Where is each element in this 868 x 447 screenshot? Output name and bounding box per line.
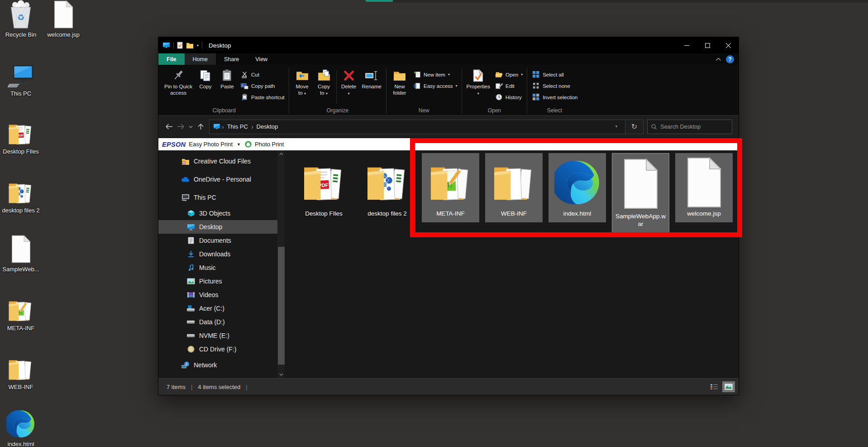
sidebar-item-nvme-e-[interactable]: NVME (E:) <box>158 329 277 342</box>
folder-cc-icon <box>181 157 190 165</box>
pin-icon <box>172 69 185 82</box>
desktop-icon-welcome-jsp[interactable]: welcome.jsp <box>43 3 84 38</box>
copy-path-button[interactable]: Copy path <box>241 80 285 91</box>
file-tile-desktop-files-2[interactable]: desktop files 2 <box>358 153 416 222</box>
epson-dropdown-icon[interactable]: ▼ <box>237 142 241 147</box>
desktop-icon-index-html[interactable]: index.html <box>0 412 42 447</box>
sidebar-item-data-d-[interactable]: Data (D:) <box>158 315 277 329</box>
sidebar-item-documents[interactable]: Documents <box>158 234 277 247</box>
scroll-down-icon[interactable] <box>277 371 285 378</box>
edit-button[interactable]: Edit <box>495 80 523 91</box>
desktop-icon-label: This PC <box>0 90 42 97</box>
pin-to-quick-access-button[interactable]: Pin to Quickaccess <box>162 67 195 107</box>
delete-button[interactable]: Delete ▾ <box>338 67 360 107</box>
sidebar-item-pictures[interactable]: Pictures <box>158 274 277 288</box>
file-tile-web-inf[interactable]: WEB-INF <box>485 153 543 222</box>
new-item-button[interactable]: New item▾ <box>413 69 458 80</box>
file-label: index.html <box>549 210 606 222</box>
sidebar-item-network[interactable]: Network <box>158 356 277 374</box>
desktop-icon-this-pc[interactable]: This PC <box>0 62 42 97</box>
edge-icon <box>549 154 606 210</box>
copy-icon <box>199 69 212 82</box>
desktop-icon-web-inf[interactable]: WEB-INF <box>0 355 42 390</box>
sidebar-item-label: Documents <box>199 237 231 244</box>
select-all-button[interactable]: Select all <box>532 69 577 80</box>
sidebar-item-creative-cloud-files[interactable]: Creative Cloud Files <box>158 152 277 170</box>
desktop-icon-meta-inf[interactable]: META-INF <box>0 296 42 332</box>
breadcrumb-this-pc[interactable]: This PC <box>225 123 250 130</box>
desktop-icon-sampleweb-[interactable]: SampleWeb... <box>0 237 42 273</box>
scrollbar-thumb[interactable] <box>278 247 285 365</box>
cut-button[interactable]: Cut <box>241 69 285 80</box>
minimize-button[interactable] <box>676 37 697 53</box>
copy-to-button[interactable]: Copyto ▾ <box>313 67 335 107</box>
sidebar-item-label: Creative Cloud Files <box>194 158 251 165</box>
new-folder-icon[interactable] <box>186 42 194 48</box>
sidebar-item-videos[interactable]: Videos <box>158 288 277 302</box>
nav-scrollbar[interactable] <box>277 150 285 378</box>
tab-share[interactable]: Share <box>216 53 247 65</box>
breadcrumb-desktop[interactable]: Desktop <box>255 123 280 130</box>
sidebar-item-onedrive-personal[interactable]: OneDrive - Personal <box>158 170 277 188</box>
easy-access-button[interactable]: Easy access▾ <box>413 80 458 91</box>
scroll-up-icon[interactable] <box>277 150 285 158</box>
tab-file[interactable]: File <box>158 53 185 65</box>
up-button[interactable] <box>195 121 206 133</box>
invert-selection-button[interactable]: Invert selection <box>532 91 577 103</box>
details-view-button[interactable] <box>708 381 720 392</box>
file-tile-welcome-jsp[interactable]: welcome.jsp <box>675 153 733 222</box>
sidebar-item-acer-c-[interactable]: Acer (C:) <box>158 302 277 315</box>
help-button[interactable]: ? <box>726 55 734 63</box>
search-input[interactable] <box>660 124 728 130</box>
file-tile-desktop-files[interactable]: PDFDesktop FIles <box>295 153 353 222</box>
epson-logo: EPSON <box>162 141 186 148</box>
recent-locations-dropdown[interactable] <box>186 121 195 133</box>
move-to-icon <box>296 69 309 82</box>
desktop-icon-desktop-files-2[interactable]: desktop files 2 <box>0 178 42 214</box>
folder-sketch-icon <box>422 154 479 210</box>
open-button[interactable]: Open▾ <box>495 69 523 80</box>
sidebar-item-desktop[interactable]: Desktop <box>158 220 277 234</box>
photo-print-button[interactable]: Photo Print <box>255 141 284 148</box>
file-tile-meta-inf[interactable]: META-INF <box>422 153 479 222</box>
move-to-button[interactable]: Moveto ▾ <box>291 67 313 107</box>
copy-button[interactable]: Copy <box>195 67 216 107</box>
new-folder-button[interactable]: Newfolder <box>389 67 410 107</box>
address-bar[interactable]: › This PC›Desktop ▼ <box>209 120 625 134</box>
address-bar-row: › This PC›Desktop ▼ ↻ <box>158 115 739 138</box>
properties-icon[interactable] <box>177 42 183 49</box>
ribbon-group-label: Select <box>528 107 581 115</box>
file-tile-index-html[interactable]: index.html <box>548 153 606 222</box>
sidebar-item-downloads[interactable]: Downloads <box>158 247 277 261</box>
paste-shortcut-button[interactable]: Paste shortcut <box>241 91 285 103</box>
sidebar-item-3d-objects[interactable]: 3D Objects <box>158 207 277 220</box>
paste-button[interactable]: Paste <box>216 67 238 107</box>
back-button[interactable] <box>163 121 175 133</box>
collapse-ribbon-icon[interactable] <box>715 58 721 61</box>
tab-home[interactable]: Home <box>185 53 216 65</box>
sidebar-item-this-pc[interactable]: This PC <box>158 188 277 207</box>
close-button[interactable] <box>718 37 739 53</box>
qat-dropdown-icon[interactable]: ▾ <box>197 43 199 48</box>
tab-view[interactable]: View <box>247 53 276 65</box>
rename-button[interactable]: Rename <box>360 67 384 107</box>
desktop-icon-desktop-files[interactable]: PDFDesktop FIles <box>0 120 42 155</box>
refresh-button[interactable]: ↻ <box>625 120 644 134</box>
select-none-button[interactable]: Select none <box>532 80 577 91</box>
thumbnails-view-button[interactable] <box>722 381 735 392</box>
sidebar-item-cd-drive-f-[interactable]: CD Drive (F:) <box>158 342 277 356</box>
desktop-icon-recycle-bin[interactable]: ♻Recycle Bin <box>0 3 42 38</box>
history-button[interactable]: History <box>495 91 523 103</box>
address-dropdown-icon[interactable]: ▼ <box>611 125 622 129</box>
search-box[interactable] <box>647 120 732 134</box>
forward-button[interactable] <box>175 121 186 133</box>
file-tile-samplewebapp-war[interactable]: SampleWebApp.war <box>612 153 669 233</box>
properties-button[interactable]: Properties ▾ <box>464 67 492 107</box>
epson-product-label: Easy Photo Print <box>189 141 233 148</box>
files-pane: PDFDesktop FIlesdesktop files 2META-INFW… <box>285 150 739 378</box>
desktop-icon-label: SampleWeb... <box>0 266 42 273</box>
sidebar-item-label: Network <box>194 361 217 369</box>
sidebar-item-music[interactable]: Music <box>158 261 277 274</box>
open-icon <box>495 71 503 78</box>
maximize-button[interactable] <box>697 37 718 53</box>
